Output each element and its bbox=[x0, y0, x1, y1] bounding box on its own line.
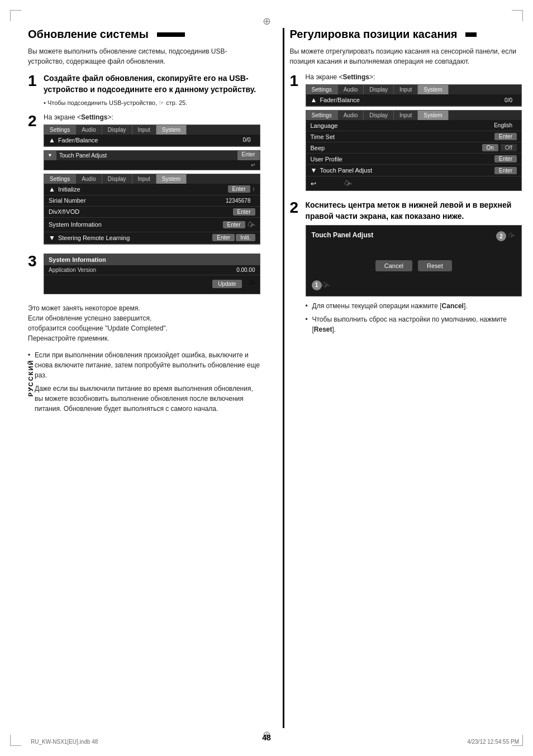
right-intro: Вы можете отрегулировать позицию касания… bbox=[290, 46, 522, 66]
footer-left: RU_KW-NSX1[EU].indb 48 bbox=[31, 739, 98, 745]
tab-settings-1: Settings bbox=[44, 125, 76, 135]
r-tab-s1: Settings bbox=[306, 85, 338, 94]
left-bullet-2: Даже если вы выключили питание во время … bbox=[28, 384, 260, 414]
tab-settings-2: ▼ bbox=[44, 151, 56, 160]
left-intro: Вы можете выполнить обновление системы, … bbox=[28, 46, 260, 66]
right-settings-header-2: Settings Audio Display Input System bbox=[306, 111, 522, 120]
tab-sys3: System bbox=[156, 174, 187, 184]
update-button: Update bbox=[212, 280, 241, 288]
hand-cursor-5: ☞ bbox=[320, 279, 332, 291]
r-tab-i2: Input bbox=[394, 111, 418, 120]
settings-header-3: Settings Audio Display Input System bbox=[44, 174, 260, 184]
hand-cursor-2: ☞ bbox=[245, 276, 258, 291]
step1-title: Создайте файл обновления, скопируйте его… bbox=[44, 73, 260, 95]
r-tab-i1: Input bbox=[394, 85, 418, 94]
title-bar bbox=[157, 32, 185, 37]
tab-d3: Display bbox=[102, 174, 132, 184]
hand-cursor-4: ☞ bbox=[507, 230, 517, 241]
row-steering: ▼ Steering Remote Learning Enter Initi. bbox=[44, 232, 260, 244]
row-touch-enter: Enter bbox=[237, 151, 260, 160]
step-3: 3 System Information Application Version… bbox=[28, 253, 260, 298]
circle-2: 2 bbox=[496, 231, 506, 241]
touch-panel-screenshot: Touch Panel Adjust 2 ☞ Cancel Reset bbox=[306, 225, 522, 296]
r-tab-d2: Display bbox=[364, 111, 394, 120]
tab-input-1: Input bbox=[132, 125, 156, 135]
row-initialize: ▲ Initializе Enter ↕ bbox=[44, 184, 260, 195]
step2-text: На экране <Settings>: bbox=[44, 113, 260, 121]
circle-1: 1 bbox=[312, 280, 322, 290]
corner-mark-tl bbox=[10, 10, 21, 21]
step-1: 1 Создайте файл обновления, скопируйте е… bbox=[28, 73, 260, 108]
crosshair-top: ⊕ bbox=[261, 16, 272, 27]
right-column: Регулировка позиции касания Вы можете от… bbox=[283, 28, 522, 728]
r-tab-s2: Settings bbox=[306, 111, 338, 120]
left-section-title: Обновление системы bbox=[28, 28, 260, 41]
settings-row-fader-1: ▲ Fader/Balance 0/0 bbox=[44, 135, 260, 146]
reset-button[interactable]: Reset bbox=[418, 260, 452, 271]
right-settings-2: Settings Audio Display Input System Lang… bbox=[306, 110, 522, 191]
footer-right: 4/23/12 12:54:55 PM bbox=[467, 739, 519, 745]
settings-header-2: ▼ Touch Panel Adjust Enter bbox=[44, 151, 260, 160]
left-note: Это может занять некоторое время. Если о… bbox=[28, 303, 260, 343]
scroll-indicator: ↵ bbox=[44, 160, 260, 170]
step-2: 2 На экране <Settings>: Settings Audio D… bbox=[28, 113, 260, 248]
row-sirial: Sirial Number 12345678 bbox=[44, 195, 260, 207]
corner-mark-bl bbox=[10, 735, 21, 746]
left-bullet-1: Если при выполнении обновления произойде… bbox=[28, 350, 260, 380]
r-row-touchpanel: ▼ Touch Panel Adjust Enter bbox=[306, 165, 522, 176]
settings-screenshot-1: Settings Audio Display Input System ▲ Fa… bbox=[44, 125, 260, 147]
r-tab-a2: Audio bbox=[338, 111, 364, 120]
left-bullets: Если при выполнении обновления произойде… bbox=[28, 350, 260, 414]
arrow-up-1: ▲ bbox=[49, 136, 58, 144]
sysinfo-appversion-row: Application Version 0.00.00 bbox=[44, 265, 260, 275]
r-row-userprofile: User Profile Enter bbox=[306, 154, 522, 165]
right-settings-header-1: Settings Audio Display Input System bbox=[306, 85, 522, 94]
right-step-1: 1 На экране <Settings>: Settings Audio D… bbox=[290, 73, 522, 194]
row-divx: DivX®VOD Enter bbox=[44, 207, 260, 218]
tab-a3: Audio bbox=[76, 174, 102, 184]
page-number: 48 bbox=[262, 733, 271, 742]
left-column: Обновление системы Вы можете выполнить о… bbox=[28, 28, 266, 728]
right-step1-text: На экране <Settings>: bbox=[306, 73, 522, 81]
settings-screenshot-2: ▼ Touch Panel Adjust Enter ↵ bbox=[44, 150, 260, 170]
r-tab-d1: Display bbox=[364, 85, 394, 94]
touch-panel-buttons: Cancel Reset bbox=[312, 260, 516, 271]
r-tab-sys1: System bbox=[418, 85, 448, 94]
settings-header-1: Settings Audio Display Input System bbox=[44, 125, 260, 135]
cancel-button[interactable]: Cancel bbox=[375, 260, 412, 271]
step1-bullet: • Чтобы подсоединить USB-устройство, ☞ с… bbox=[44, 98, 260, 108]
r-row-language: Language English bbox=[306, 120, 522, 131]
right-section-title: Регулировка позиции касания bbox=[290, 28, 522, 41]
tab-i3: Input bbox=[132, 174, 156, 184]
back-arrow: ↩ bbox=[311, 180, 316, 188]
row-touch-label: Touch Panel Adjust bbox=[56, 151, 237, 160]
corner-mark-tr bbox=[512, 10, 523, 21]
tab-system-1: System bbox=[156, 125, 187, 135]
tab-audio-1: Audio bbox=[76, 125, 102, 135]
right-bullet-2: Чтобы выполнить сброс на настройки по ум… bbox=[306, 314, 522, 334]
sysinfo-title: System Information bbox=[44, 254, 260, 265]
tab-s3: Settings bbox=[44, 174, 76, 184]
tab-display-1: Display bbox=[102, 125, 132, 135]
row-sysinfo: System Information Enter ☞ bbox=[44, 218, 260, 232]
right-step-2: 2 Коснитесь центра меток в нижней левой … bbox=[290, 200, 522, 339]
right-bullet-1: Для отмены текущей операции нажмите [Can… bbox=[306, 301, 522, 311]
touch-panel-title: Touch Panel Adjust bbox=[312, 231, 374, 239]
right-settings-1: Settings Audio Display Input System ▲ Fa… bbox=[306, 84, 522, 107]
hand-cursor-3: ☞ bbox=[342, 177, 354, 190]
r-row-beep: Beep On Off bbox=[306, 142, 522, 154]
hand-cursor-1: ☞ bbox=[245, 218, 258, 231]
r-row-fader-1: ▲ Fader/Balance 0/0 bbox=[306, 94, 522, 106]
main-content: Обновление системы Вы можете выполнить о… bbox=[28, 28, 522, 728]
right-title-bar bbox=[465, 32, 477, 37]
sysinfo-screenshot: System Information Application Version 0… bbox=[44, 253, 260, 294]
r-tab-sys2: System bbox=[418, 111, 448, 120]
right-step2-title: Коснитесь центра меток в нижней левой и … bbox=[306, 200, 522, 222]
settings-screenshot-3: Settings Audio Display Input System ▲ In… bbox=[44, 174, 260, 245]
r-row-timeset: Time Set Enter bbox=[306, 131, 522, 142]
right-bullets: Для отмены текущей операции нажмите [Can… bbox=[306, 301, 522, 334]
back-row: ↩ ☞ bbox=[306, 176, 522, 190]
r-tab-a1: Audio bbox=[338, 85, 364, 94]
